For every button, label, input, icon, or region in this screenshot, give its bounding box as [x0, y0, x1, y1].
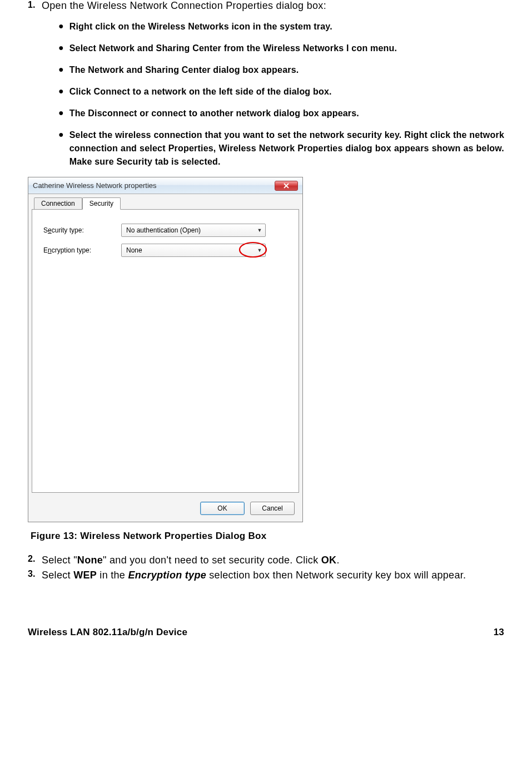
bullet-icon: ● — [58, 63, 64, 76]
step-3: 3. Select WEP in the Encryption type sel… — [28, 569, 504, 582]
wireless-properties-dialog: Catherine Wireless Network properties Co… — [28, 177, 303, 522]
footer-page-number: 13 — [494, 627, 504, 638]
step-1-text: Open the Wireless Network Connection Pro… — [42, 0, 504, 12]
step-1-number: 1. — [28, 0, 42, 12]
bullet-item-5: ● The Disconnect or connect to another n… — [58, 107, 504, 120]
red-highlight-ellipse-icon — [238, 241, 269, 259]
tab-content: Security type: No authentication (Open) … — [32, 209, 299, 493]
bullet-text-5: The Disconnect or connect to another net… — [69, 107, 359, 120]
security-type-label: Security type: — [43, 226, 121, 234]
security-type-dropdown[interactable]: No authentication (Open) ▼ — [121, 224, 266, 237]
security-type-row: Security type: No authentication (Open) … — [43, 224, 287, 237]
encryption-type-label: Encryption type: — [43, 246, 121, 254]
step-3-text: Select WEP in the Encryption type select… — [42, 569, 466, 582]
step-2: 2. Select "None" and you don't need to s… — [28, 554, 504, 567]
step-2-number: 2. — [28, 554, 42, 567]
bullet-item-1: ● Right click on the Wireless Networks i… — [58, 20, 504, 33]
bullet-icon: ● — [58, 107, 64, 119]
figure-caption: Figure 13: Wireless Network Properties D… — [31, 531, 504, 542]
bullet-text-1: Right click on the Wireless Networks ico… — [69, 20, 332, 33]
step-2-text: Select "None" and you don't need to set … — [42, 554, 340, 567]
close-button[interactable] — [275, 181, 298, 191]
security-type-value: No authentication (Open) — [122, 225, 205, 236]
tab-security[interactable]: Security — [82, 197, 121, 210]
chevron-down-icon: ▼ — [254, 224, 265, 236]
tab-connection[interactable]: Connection — [34, 197, 82, 209]
dialog-screenshot: Catherine Wireless Network properties Co… — [28, 177, 504, 522]
bullet-icon: ● — [58, 42, 64, 54]
encryption-type-row: Encryption type: None ▼ — [43, 244, 287, 257]
page-footer: Wireless LAN 802.11a/b/g/n Device 13 — [28, 627, 504, 638]
bullet-icon: ● — [58, 20, 64, 32]
bullet-text-4: Click Connect to a network on the left s… — [69, 85, 332, 98]
bullet-icon: ● — [58, 85, 64, 97]
bullet-item-3: ● The Network and Sharing Center dialog … — [58, 63, 504, 77]
bullet-icon: ● — [58, 128, 64, 141]
footer-title: Wireless LAN 802.11a/b/g/n Device — [28, 627, 187, 638]
bullet-list: ● Right click on the Wireless Networks i… — [58, 20, 504, 169]
tab-bar: Connection Security — [28, 194, 302, 209]
dialog-titlebar: Catherine Wireless Network properties — [28, 177, 302, 194]
bullet-text-3: The Network and Sharing Center dialog bo… — [69, 63, 299, 77]
svg-point-2 — [240, 242, 266, 257]
cancel-button[interactable]: Cancel — [250, 502, 295, 515]
close-icon — [284, 183, 289, 189]
encryption-type-value: None — [122, 245, 147, 256]
bullet-text-6: Select the wireless connection that you … — [69, 128, 504, 169]
bullet-item-2: ● Select Network and Sharing Center from… — [58, 42, 504, 55]
bullet-text-2: Select Network and Sharing Center from t… — [69, 42, 397, 55]
ok-button[interactable]: OK — [200, 502, 245, 515]
dialog-button-bar: OK Cancel — [28, 496, 302, 522]
bullet-item-4: ● Click Connect to a network on the left… — [58, 85, 504, 98]
security-type-dropdown-box[interactable]: No authentication (Open) ▼ — [121, 224, 266, 237]
encryption-type-dropdown[interactable]: None ▼ — [121, 244, 266, 257]
step-3-number: 3. — [28, 569, 42, 582]
dialog-title: Catherine Wireless Network properties — [33, 181, 157, 190]
bullet-item-6: ● Select the wireless connection that yo… — [58, 128, 504, 169]
step-1: 1. Open the Wireless Network Connection … — [28, 0, 504, 12]
